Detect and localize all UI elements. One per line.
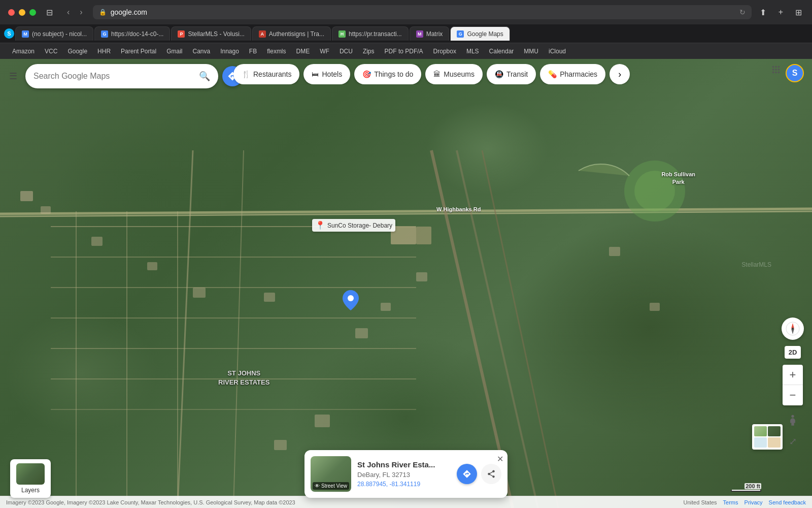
tab-gmail[interactable]: M (no subject) - nicol... [15, 26, 93, 41]
reload-btn[interactable]: ↻ [739, 8, 746, 16]
tab-label-gmail: (no subject) - nicol... [32, 30, 87, 38]
map-background [0, 59, 812, 508]
minimize-window-btn[interactable] [19, 9, 25, 16]
bookmark-vcc[interactable]: VCC [41, 47, 61, 56]
cat-hotels-btn[interactable]: 🛏 Hotels [303, 64, 350, 84]
hotels-label: Hotels [322, 70, 342, 78]
zoom-in-btn[interactable]: + [783, 365, 803, 385]
tab-authentisigns[interactable]: A Authentisigns | Tra... [252, 26, 331, 41]
sidebar-toggle-btn[interactable]: ⊟ [42, 6, 57, 19]
cat-transit-btn[interactable]: 🚇 Transit [487, 64, 536, 84]
grid-btn[interactable]: ⊞ [793, 6, 804, 19]
country-label: United States [684, 499, 717, 505]
cat-things-btn[interactable]: 🎯 Things to do [354, 64, 421, 84]
bookmark-amazon[interactable]: Amazon [8, 47, 39, 56]
mode-2d-btn[interactable]: 2D [785, 346, 801, 359]
bookmark-mls[interactable]: MLS [462, 47, 483, 56]
category-bar: 🍴 Restaurants 🛏 Hotels 🎯 Things to do 🏛 … [233, 64, 771, 84]
tab-favicon-trans: H [339, 30, 346, 38]
tab-googlemaps[interactable]: G Google Maps [450, 26, 510, 41]
card-coords[interactable]: 28.887945, -81.341119 [357, 481, 451, 488]
street-view-label: 👁 Street View [313, 482, 349, 490]
info-card: 👁 Street View St Johns River Esta... DeB… [304, 450, 507, 498]
layers-btn[interactable]: Layers [10, 459, 51, 498]
share-btn[interactable]: ⬆ [758, 6, 768, 19]
zoom-controls: + − [783, 365, 803, 405]
bookmark-canva[interactable]: Canva [188, 47, 214, 56]
tab-doc[interactable]: G https://doc-14-c0-... [94, 26, 170, 41]
new-tab-btn[interactable]: + [776, 6, 785, 19]
account-avatar-btn[interactable]: S [786, 64, 804, 82]
category-more-btn[interactable]: › [610, 64, 630, 84]
footer-links: United States Terms Privacy Send feedbac… [684, 499, 806, 505]
bookmark-dcu[interactable]: DCU [335, 47, 357, 56]
bookmark-dme[interactable]: DME [292, 47, 314, 56]
back-btn[interactable]: ‹ [63, 6, 74, 19]
card-info: St Johns River Esta... DeBary, FL 32713 … [357, 460, 451, 488]
maps-container[interactable]: StellarMLS W Highbanks Rd ST JOHNSRIVER … [0, 59, 812, 508]
things-label: Things to do [374, 70, 413, 78]
tab-matrix[interactable]: M Matrix [410, 26, 450, 41]
tab-favicon-matrix: M [416, 30, 423, 38]
museums-icon: 🏛 [433, 70, 441, 78]
hamburger-menu-btn[interactable]: ☰ [5, 67, 21, 86]
maximize-window-btn[interactable] [29, 9, 36, 16]
bookmark-parent-portal[interactable]: Parent Portal [117, 47, 160, 56]
terms-link[interactable]: Terms [723, 499, 738, 505]
privacy-link[interactable]: Privacy [745, 499, 763, 505]
compass-btn[interactable] [782, 318, 804, 340]
map-type-thumb-2 [768, 426, 781, 436]
bookmark-google[interactable]: Google [63, 47, 91, 56]
bookmark-innago[interactable]: Innago [216, 47, 243, 56]
restaurants-icon: 🍴 [242, 70, 250, 78]
pharmacies-icon: 💊 [548, 70, 557, 78]
things-icon: 🎯 [362, 70, 371, 78]
svg-point-39 [791, 415, 794, 418]
museums-label: Museums [444, 70, 475, 78]
bookmark-calendar[interactable]: Calendar [485, 47, 518, 56]
tabs-bar: S M (no subject) - nicol... G https://do… [0, 24, 812, 43]
address-bar-container[interactable]: 🔒 ↻ [93, 5, 752, 19]
google-apps-btn[interactable] [770, 64, 782, 78]
bookmark-fb[interactable]: FB [245, 47, 261, 56]
tab-stellar[interactable]: P StellarMLS - Volusi... [171, 26, 251, 41]
address-bar[interactable] [111, 8, 735, 16]
map-controls: 2D + − ⤢ [782, 318, 804, 447]
card-title: St Johns River Esta... [357, 460, 451, 469]
bookmark-pdf[interactable]: PDF to PDF/A [381, 47, 427, 56]
map-type-switcher[interactable] [752, 424, 783, 450]
layer-thumb-bg [16, 463, 45, 485]
bookmark-hhr[interactable]: HHR [93, 47, 115, 56]
bookmark-wf[interactable]: WF [316, 47, 333, 56]
maps-header: ☰ 🔍 [5, 64, 243, 88]
cat-museums-btn[interactable]: 🏛 Museums [425, 64, 483, 84]
feedback-link[interactable]: Send feedback [769, 499, 806, 505]
cat-pharmacies-btn[interactable]: 💊 Pharmacies [540, 64, 605, 84]
bookmark-dropbox[interactable]: Dropbox [429, 47, 460, 56]
bookmark-zips[interactable]: Zips [359, 47, 379, 56]
tab-label-trans: https://pr.transacti... [349, 30, 402, 38]
card-share-btn[interactable] [481, 464, 501, 484]
search-button[interactable]: 🔍 [199, 71, 210, 82]
zoom-out-btn[interactable]: − [783, 385, 803, 405]
cat-restaurants-btn[interactable]: 🍴 Restaurants [233, 64, 299, 84]
forward-btn[interactable]: › [76, 6, 86, 19]
card-close-btn[interactable]: ✕ [497, 454, 503, 464]
pegman-btn[interactable] [786, 414, 799, 430]
bookmark-gmail[interactable]: Gmail [162, 47, 186, 56]
search-input[interactable] [33, 72, 195, 81]
card-directions-btn[interactable] [457, 464, 477, 484]
card-actions [457, 464, 501, 484]
svg-point-38 [792, 328, 794, 330]
bookmark-flexmls[interactable]: flexmls [263, 47, 290, 56]
search-box[interactable]: 🔍 [25, 64, 218, 88]
scale-label: 200 ft [745, 483, 761, 489]
bookmark-mmu[interactable]: MMU [520, 47, 543, 56]
transit-icon: 🚇 [495, 70, 503, 78]
bookmark-icloud[interactable]: iCloud [545, 47, 570, 56]
tab-transactions[interactable]: H https://pr.transacti... [332, 26, 409, 41]
card-subtitle: DeBary, FL 32713 [357, 471, 451, 479]
expand-map-btn[interactable]: ⤢ [789, 436, 797, 447]
map-type-row [754, 426, 781, 436]
close-window-btn[interactable] [8, 9, 15, 16]
